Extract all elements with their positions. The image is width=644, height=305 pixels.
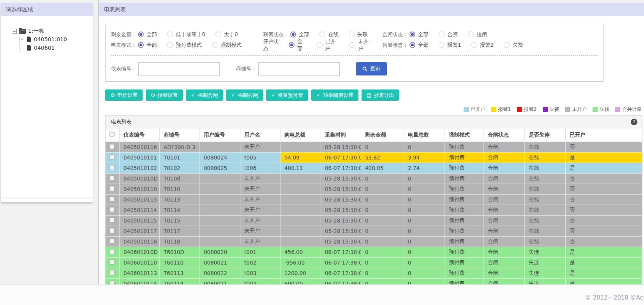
table-row[interactable]: 0405010116ADF300-D 3未开户05-28 15:30:0000预… bbox=[106, 142, 642, 152]
row-checkbox[interactable] bbox=[109, 144, 115, 149]
row-checkbox[interactable] bbox=[109, 228, 115, 233]
radio-icon[interactable] bbox=[138, 32, 144, 37]
table-row[interactable]: 0405010102T01020080025t006400.1106-07 17… bbox=[106, 163, 642, 174]
tree-node-label[interactable]: 040601 bbox=[34, 45, 55, 51]
radio-option[interactable]: 已开户 bbox=[317, 38, 340, 52]
table-row[interactable]: 0405010115T0115未开户05-28 15:30:0000预付费合闸在… bbox=[106, 216, 642, 226]
radio-option-label: 失联 bbox=[357, 31, 368, 38]
radio-icon[interactable] bbox=[289, 42, 295, 48]
tree-collapse-icon[interactable]: − bbox=[12, 29, 17, 34]
table-row[interactable]: 040501010DT010d未开户05-28 15:30:0000预付费合闸在… bbox=[106, 174, 642, 184]
row-checkbox[interactable] bbox=[109, 207, 115, 212]
radio-icon[interactable] bbox=[409, 42, 415, 48]
table-row[interactable]: 0406010113T601130080022t0031200.0006-07 … bbox=[106, 268, 642, 279]
radio-icon[interactable] bbox=[290, 32, 296, 37]
radio-option[interactable]: 失联 bbox=[349, 31, 368, 38]
row-checkbox-cell bbox=[106, 152, 120, 163]
tree-node-item[interactable]: 040601 bbox=[19, 43, 93, 52]
row-checkbox[interactable] bbox=[109, 270, 115, 275]
row-checkbox[interactable] bbox=[109, 175, 115, 181]
action-button[interactable]: ▤抄表导出 bbox=[362, 89, 399, 101]
row-checkbox[interactable] bbox=[109, 196, 115, 202]
table-row[interactable]: 0405010101T01010080024t00554.0906-07 17:… bbox=[106, 152, 642, 163]
radio-icon[interactable] bbox=[167, 32, 173, 37]
table-row[interactable]: 0406010114T601140080021t002600.0006-07 1… bbox=[106, 279, 642, 284]
table-cell: 0405010117 bbox=[120, 226, 160, 237]
radio-option[interactable]: 欠费 bbox=[504, 42, 523, 49]
radio-option[interactable]: 全部 bbox=[409, 31, 429, 38]
action-button[interactable]: ✓强制合闸 bbox=[186, 89, 223, 101]
row-checkbox[interactable] bbox=[109, 280, 115, 284]
radio-icon[interactable] bbox=[439, 32, 445, 37]
radio-option[interactable]: 在线 bbox=[319, 31, 339, 38]
action-button[interactable]: ✓强制拉闸 bbox=[226, 89, 263, 101]
action-button[interactable]: ✓恢复预付费 bbox=[266, 89, 308, 101]
radio-option[interactable]: 全部 bbox=[138, 42, 157, 49]
radio-icon[interactable] bbox=[212, 42, 218, 48]
radio-icon[interactable] bbox=[504, 42, 510, 48]
select-all-checkbox[interactable] bbox=[109, 132, 115, 137]
legend-item: 失联 bbox=[593, 106, 609, 113]
sidebar-shadow bbox=[1, 198, 93, 202]
row-checkbox[interactable] bbox=[109, 154, 115, 160]
radio-option-label: 报警2 bbox=[480, 42, 494, 49]
scroll-top-button[interactable]: ↑ bbox=[631, 119, 637, 125]
legend-label: 报警2 bbox=[524, 106, 537, 113]
radio-option[interactable]: 报警2 bbox=[471, 42, 494, 49]
radio-option[interactable]: 低于或等于0 bbox=[167, 31, 205, 38]
radio-icon[interactable] bbox=[439, 42, 445, 48]
radio-option[interactable]: 全部 bbox=[290, 31, 309, 38]
table-cell: T0114 bbox=[160, 205, 200, 216]
row-checkbox[interactable] bbox=[109, 238, 115, 244]
row-checkbox-cell bbox=[106, 142, 120, 152]
radio-option[interactable]: 强制模式 bbox=[212, 42, 242, 49]
radio-icon[interactable] bbox=[167, 42, 173, 48]
table-cell: T6010D bbox=[160, 247, 200, 258]
tree-node-item[interactable]: 040501:010 bbox=[19, 35, 93, 43]
radio-icon[interactable] bbox=[349, 42, 355, 48]
action-button[interactable]: ✓功率阈值设置 bbox=[311, 89, 358, 101]
action-button[interactable]: ⚙报警设置 bbox=[146, 89, 183, 101]
tree-node-label[interactable]: 040501:010 bbox=[34, 36, 67, 42]
radio-option[interactable]: 全部 bbox=[289, 38, 307, 52]
table-cell: 0 bbox=[404, 237, 445, 247]
radio-option[interactable]: 拉闸 bbox=[468, 31, 487, 38]
radio-icon[interactable] bbox=[349, 32, 355, 37]
radio-icon[interactable] bbox=[409, 32, 415, 37]
radio-icon[interactable] bbox=[319, 32, 325, 37]
row-checkbox[interactable] bbox=[109, 259, 115, 265]
radio-option[interactable]: 预付费模式 bbox=[167, 42, 202, 49]
filter-group: 剩余金额：全部低于或等于0大于0 bbox=[111, 31, 263, 38]
row-checkbox[interactable] bbox=[109, 249, 115, 254]
radio-icon[interactable] bbox=[471, 42, 477, 48]
table-cell bbox=[200, 216, 240, 226]
radio-option[interactable]: 大于0 bbox=[215, 31, 238, 38]
radio-icon[interactable] bbox=[468, 32, 474, 37]
table-row[interactable]: 040601010DT6010D0080020t001456.0006-07 1… bbox=[106, 247, 642, 258]
tree-root-node[interactable]: − 1:一栋 bbox=[12, 28, 93, 35]
row-checkbox[interactable] bbox=[109, 217, 115, 223]
radio-option[interactable]: 全部 bbox=[409, 42, 429, 49]
row-checkbox[interactable] bbox=[109, 186, 115, 191]
radio-icon[interactable] bbox=[138, 42, 144, 48]
table-row[interactable]: 0406010110T601100080021t002-956.0006-07 … bbox=[106, 258, 642, 268]
radio-option[interactable]: 全部 bbox=[138, 31, 157, 38]
row-checkbox[interactable] bbox=[109, 165, 115, 170]
radio-option[interactable]: 未开户 bbox=[349, 38, 372, 52]
table-row[interactable]: 0405010113T0113未开户05-28 15:30:0000预付费合闸在… bbox=[106, 195, 642, 205]
check-icon: ✓ bbox=[191, 93, 195, 98]
radio-icon[interactable] bbox=[215, 32, 221, 37]
meter-no-input[interactable] bbox=[138, 62, 220, 76]
table-row[interactable]: 0405010110T0110未开户05-28 15:30:0000预付费合闸在… bbox=[106, 184, 642, 195]
action-button[interactable]: ⚙电价设置 bbox=[105, 89, 143, 101]
shop-no-input[interactable] bbox=[258, 62, 340, 76]
table-row[interactable]: 0405010117T0117未开户05-28 15:30:0000预付费合闸在… bbox=[106, 226, 642, 237]
radio-option[interactable]: 合闸 bbox=[439, 31, 458, 38]
table-row[interactable]: 0405010118T0118未开户05-28 15:30:0000预付费合闸在… bbox=[106, 237, 642, 247]
filter-group: 合闸状态：全部合闸拉闸 bbox=[383, 31, 598, 38]
query-button[interactable]: 查询 bbox=[356, 62, 387, 75]
tree-root-label[interactable]: 1:一栋 bbox=[28, 28, 44, 35]
radio-option[interactable]: 报警1 bbox=[439, 42, 461, 49]
table-row[interactable]: 0405010114T0114未开户05-28 15:30:0000预付费合闸在… bbox=[106, 205, 642, 216]
radio-icon[interactable] bbox=[317, 42, 323, 48]
